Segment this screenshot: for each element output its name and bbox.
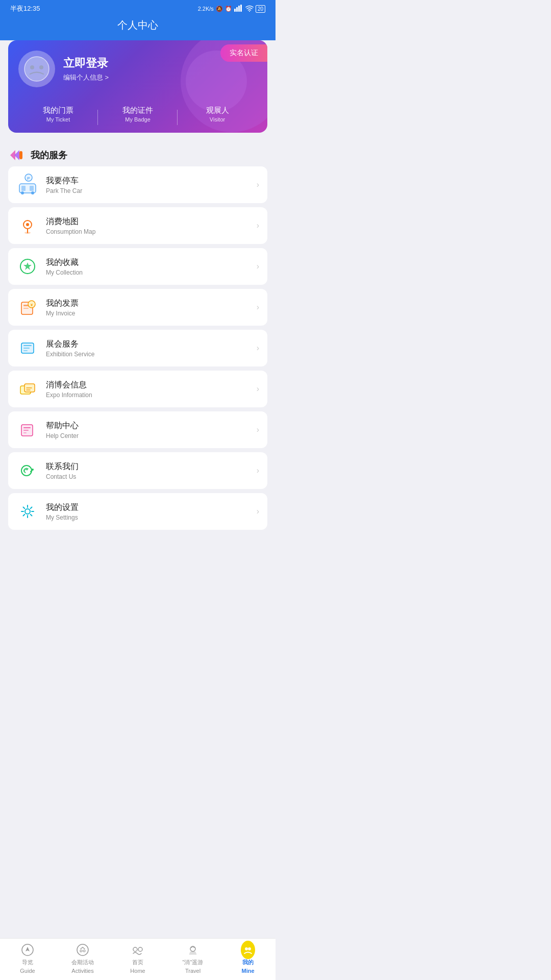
contact-arrow: › (257, 466, 259, 475)
edit-label[interactable]: 编辑个人信息 > (63, 73, 109, 82)
park-icon: P (16, 174, 39, 196)
wifi-icon (245, 5, 254, 12)
svg-rect-36 (23, 430, 29, 431)
park-arrow: › (257, 180, 259, 189)
alarm-icon: ⏰ (225, 6, 232, 12)
svg-point-38 (21, 465, 32, 476)
settings-icon (16, 500, 39, 523)
help-zh: 帮助中心 (46, 421, 249, 431)
svg-point-19 (26, 223, 29, 226)
mute-icon: 🔕 (216, 6, 223, 12)
svg-rect-30 (23, 348, 30, 349)
menu-item-map[interactable]: 消费地图 Consumption Map › (8, 207, 267, 244)
map-icon (16, 214, 39, 237)
svg-rect-13 (30, 186, 34, 191)
help-en: Help Center (46, 432, 249, 439)
svg-rect-35 (23, 427, 31, 428)
battery-icon: 20 (256, 5, 265, 13)
expo-zh: 消博会信息 (46, 380, 249, 390)
collection-zh: 我的收藏 (46, 257, 249, 268)
map-zh: 消费地图 (46, 216, 249, 227)
map-arrow: › (257, 221, 259, 230)
stat-badge[interactable]: 我的证件 My Badge (98, 106, 178, 122)
menu-list: P 我要停车 Park The Car › 消费地图 Consum (0, 166, 276, 530)
invoice-icon: ¥ (16, 296, 39, 318)
svg-rect-2 (238, 6, 240, 12)
svg-text:¥: ¥ (31, 303, 33, 307)
svg-rect-31 (23, 350, 28, 351)
map-en: Consumption Map (46, 228, 249, 235)
stats-row: 我的门票 My Ticket 我的证件 My Badge 观展人 Visitor (18, 97, 257, 133)
login-label[interactable]: 立即登录 (63, 56, 109, 71)
menu-item-invoice[interactable]: ¥ 我的发票 My Invoice › (8, 289, 267, 326)
settings-zh: 我的设置 (46, 502, 249, 513)
real-name-button[interactable]: 实名认证 (220, 44, 267, 62)
svg-rect-29 (23, 345, 32, 346)
stat-visitor-zh: 观展人 (178, 106, 257, 115)
svg-point-15 (31, 191, 34, 194)
stat-badge-zh: 我的证件 (98, 106, 178, 115)
signal-icon (234, 5, 243, 13)
invoice-en: My Invoice (46, 310, 249, 317)
stat-ticket[interactable]: 我的门票 My Ticket (18, 106, 98, 122)
collection-icon (16, 255, 39, 278)
svg-point-20 (24, 232, 31, 234)
svg-point-5 (24, 57, 49, 81)
expo-arrow: › (257, 384, 259, 394)
svg-rect-10 (19, 151, 22, 159)
collection-arrow: › (257, 262, 259, 271)
contact-icon (16, 459, 39, 482)
menu-item-contact[interactable]: 联系我们 Contact Us › (8, 452, 267, 489)
expo-icon (16, 378, 39, 400)
exhibition-en: Exhibition Service (46, 351, 249, 358)
park-en: Park The Car (46, 187, 249, 194)
svg-point-6 (30, 65, 34, 69)
svg-rect-3 (240, 5, 242, 12)
stat-ticket-zh: 我的门票 (18, 106, 98, 115)
contact-en: Contact Us (46, 473, 249, 480)
services-title: 我的服务 (31, 149, 67, 161)
menu-item-help[interactable]: 帮助中心 Help Center › (8, 411, 267, 448)
stat-visitor-en: Visitor (178, 116, 257, 122)
menu-item-expo[interactable]: 消博会信息 Expo Information › (8, 371, 267, 407)
svg-rect-1 (236, 7, 238, 12)
invoice-zh: 我的发票 (46, 298, 249, 309)
svg-point-39 (32, 469, 34, 471)
status-icons: 2.2K/s 🔕 ⏰ 20 (198, 5, 265, 13)
invoice-arrow: › (257, 303, 259, 312)
help-arrow: › (257, 425, 259, 434)
section-icon (10, 149, 26, 161)
svg-rect-37 (23, 432, 27, 433)
profile-banner: 立即登录 编辑个人信息 > 实名认证 我的门票 My Ticket 我的证件 M… (8, 40, 267, 133)
page-header: 个人中心 (0, 16, 276, 40)
expo-en: Expo Information (46, 391, 249, 399)
svg-rect-25 (23, 308, 29, 309)
network-speed: 2.2K/s (198, 6, 214, 12)
svg-point-40 (25, 509, 30, 514)
section-my-services: 我的服务 (0, 141, 276, 166)
stat-visitor[interactable]: 观展人 Visitor (178, 106, 257, 122)
menu-item-exhibition[interactable]: 展会服务 Exhibition Service › (8, 330, 267, 366)
svg-point-7 (39, 65, 43, 69)
svg-rect-12 (21, 186, 26, 191)
collection-en: My Collection (46, 269, 249, 276)
menu-item-settings[interactable]: 我的设置 My Settings › (8, 493, 267, 530)
exhibition-arrow: › (257, 344, 259, 353)
stat-badge-en: My Badge (98, 116, 178, 122)
svg-marker-22 (23, 262, 32, 270)
avatar (18, 51, 55, 87)
svg-rect-0 (234, 9, 236, 12)
menu-item-park[interactable]: P 我要停车 Park The Car › (8, 166, 267, 203)
help-icon (16, 419, 39, 441)
svg-point-4 (249, 11, 250, 12)
status-bar: 半夜12:35 2.2K/s 🔕 ⏰ (0, 0, 276, 16)
exhibition-icon (16, 337, 39, 359)
menu-item-collection[interactable]: 我的收藏 My Collection › (8, 248, 267, 285)
svg-text:P: P (27, 176, 30, 181)
status-time: 半夜12:35 (10, 4, 40, 13)
page-title: 个人中心 (117, 19, 158, 31)
settings-arrow: › (257, 507, 259, 516)
park-zh: 我要停车 (46, 176, 249, 186)
svg-point-14 (21, 191, 24, 194)
settings-en: My Settings (46, 514, 249, 521)
